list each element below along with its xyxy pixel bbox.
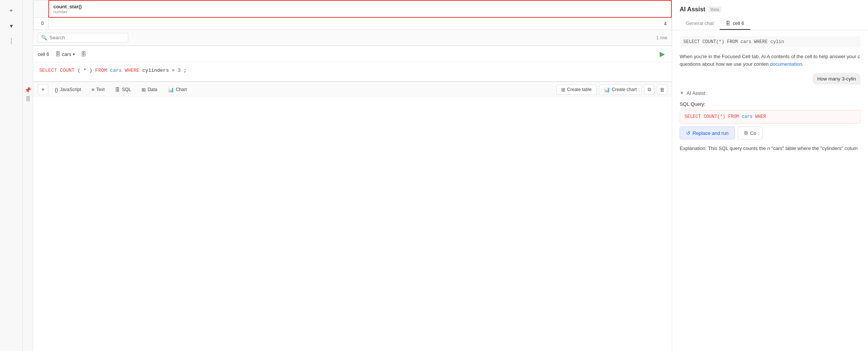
action-buttons: ↺ Replace and run ⧉ Co (680, 127, 860, 139)
cell6-tab-icon: 🗄 (726, 21, 730, 26)
delete-button[interactable]: 🗑 (657, 84, 667, 95)
db-side-icon[interactable]: 🗄 (25, 96, 31, 102)
results-table-container: count_star() number 0 4 (33, 0, 672, 30)
results-table: count_star() number 0 4 (33, 0, 672, 30)
javascript-tab[interactable]: {} JavaScript (51, 85, 85, 94)
dropdown-arrow-icon: ▾ (73, 52, 75, 56)
sql-query-label: SQL Query: (680, 101, 860, 107)
more-options-icon[interactable]: ⋮ (5, 35, 17, 47)
sql-tab[interactable]: 🗄 SQL (111, 85, 135, 94)
search-input[interactable] (49, 35, 125, 40)
ai-response-section: SQL Query: SELECT COUNT(*) FROM cars WHE… (680, 101, 860, 139)
left-sidebar: + ▾ ⋮ (0, 0, 23, 351)
main-content: count_star() number 0 4 🔍 (33, 0, 672, 351)
explanation-text: Explanation: This SQL query counts the n… (680, 145, 860, 152)
create-table-icon: ⊞ (561, 87, 565, 93)
collapse-icon[interactable]: ▾ (5, 20, 17, 32)
create-table-button[interactable]: ⊞ Create table (556, 85, 597, 95)
ai-panel-body: SELECT COUNT(*) FROM cars WHERE cylin Wh… (672, 30, 868, 351)
copy-button[interactable]: ⧉ Co (738, 127, 763, 139)
db-icon: 🗄 (55, 51, 60, 57)
ai-panel-header: AI Assist Beta General chat 🗄 cell 6 (672, 0, 868, 30)
add-cell-button[interactable]: + (38, 84, 48, 95)
search-wrapper[interactable]: 🔍 (38, 33, 128, 42)
replace-run-icon: ↺ (686, 130, 690, 136)
cell-header-left: cell 6 🗄 cars ▾ 🗄 (38, 50, 86, 58)
create-chart-icon: 📊 (604, 87, 610, 93)
sql-table-name: cars (110, 68, 122, 73)
results-section: count_star() number 0 4 🔍 (33, 0, 672, 46)
table-row: 0 4 (34, 17, 672, 30)
search-row: 🔍 1 row (33, 30, 672, 46)
search-icon: 🔍 (41, 35, 47, 40)
ai-assist-label: ✦ AI Assist (680, 90, 860, 96)
cell-editor-section: cell 6 🗄 cars ▾ 🗄 ▶ SELECT COUNT ( * ) F… (33, 46, 672, 82)
add-cell-icon[interactable]: + (5, 5, 17, 17)
toolbar: + {} JavaScript ≡ Text 🗄 SQL ⊞ Data 📊 Ch… (33, 82, 672, 97)
sql-from-keyword: FROM (95, 68, 107, 73)
sql-icon: 🗄 (115, 87, 120, 93)
response-count-function: COUNT(*) (703, 114, 725, 119)
column-header-count-star: count_star() number (49, 0, 672, 17)
duplicate-button[interactable]: ⧉ (644, 84, 654, 95)
create-chart-button[interactable]: 📊 Create chart (599, 85, 642, 95)
ai-query-display: SELECT COUNT(*) FROM cars WHERE cylin (680, 36, 860, 48)
beta-badge: Beta (708, 6, 722, 12)
text-icon: ≡ (92, 87, 95, 93)
ai-description: When you're in the Focused Cell tab, AI … (680, 53, 860, 68)
response-select-keyword: SELECT (685, 114, 701, 119)
pin-icon[interactable]: 📌 (25, 87, 31, 93)
database-selector[interactable]: 🗄 cars ▾ (53, 50, 77, 58)
response-from-keyword: FROM (728, 114, 739, 119)
ai-panel-title: AI Assist (680, 6, 705, 13)
delete-icon: 🗑 (660, 87, 665, 93)
response-table-name: cars (742, 114, 753, 119)
text-tab[interactable]: ≡ Text (88, 85, 109, 94)
cell-label: cell 6 (38, 51, 49, 57)
row-count: 1 row (656, 35, 667, 40)
sql-number-value: 3 (178, 68, 181, 73)
replace-and-run-button[interactable]: ↺ Replace and run (680, 127, 735, 139)
tab-general-chat[interactable]: General chat (680, 17, 720, 30)
cell-header: cell 6 🗄 cars ▾ 🗄 ▶ (33, 46, 672, 62)
sql-code-area[interactable]: SELECT COUNT ( * ) FROM cars WHERE cylin… (33, 62, 672, 81)
data-icon: ⊞ (142, 87, 146, 93)
duplicate-icon: ⧉ (648, 87, 651, 93)
response-where-keyword: WHER (755, 114, 766, 119)
tab-cell6[interactable]: 🗄 cell 6 (720, 17, 750, 30)
copy-icon: ⧉ (744, 130, 748, 136)
data-tab[interactable]: ⊞ Data (137, 85, 161, 94)
cell-db-icon: 🗄 (81, 51, 86, 57)
documentation-link[interactable]: documentation (770, 61, 802, 67)
ai-panel: AI Assist Beta General chat 🗄 cell 6 SEL… (672, 0, 868, 351)
run-button[interactable]: ▶ (657, 49, 667, 59)
chart-tab[interactable]: 📊 Chart (164, 85, 191, 94)
pin-sidebar: 📌 🗄 (23, 0, 33, 351)
chart-icon: 📊 (168, 87, 174, 93)
sql-where-keyword: WHERE (125, 68, 139, 73)
sparkle-icon: ✦ (680, 90, 684, 96)
javascript-icon: {} (55, 87, 58, 93)
user-message: How many 3-cylin (813, 73, 860, 85)
ai-tabs: General chat 🗄 cell 6 (680, 17, 860, 30)
database-name: cars (62, 51, 71, 57)
sql-count-function: COUNT (60, 68, 75, 73)
sql-select-keyword: SELECT (39, 68, 57, 73)
ai-title-row: AI Assist Beta (680, 6, 860, 13)
sql-response-box: SELECT COUNT(*) FROM cars WHER (680, 110, 860, 124)
